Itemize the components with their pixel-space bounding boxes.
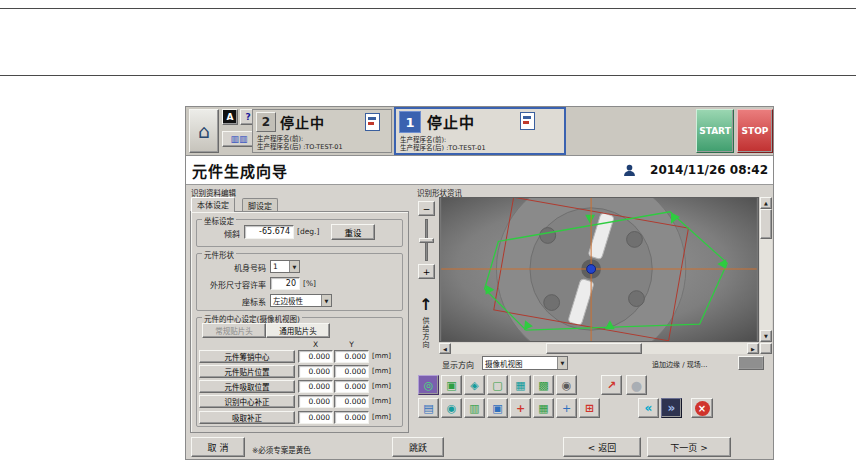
next-button[interactable]: 下一页 >	[647, 437, 731, 457]
scroll-left-button[interactable]: ◀	[439, 343, 451, 354]
universal-head-tab[interactable]: 通用贴片头	[266, 323, 330, 338]
rows-tool-icon: ▥	[469, 402, 479, 415]
row-label-button[interactable]: 元件筹销中心	[199, 350, 295, 363]
x-value-cell[interactable]: 0.000	[298, 365, 333, 378]
standard-head-tab[interactable]: 常规贴片头	[202, 323, 266, 338]
table-row: 元件吸取位置 0.000 0.000 [mm]	[199, 380, 399, 393]
unit-label: [mm]	[372, 382, 391, 390]
scroll-up-button[interactable]: ▲	[760, 197, 772, 209]
plus-box-tool-button[interactable]: ⊞	[579, 398, 600, 418]
coord-system-label: 座标系	[200, 296, 266, 307]
unit-label: [mm]	[372, 413, 391, 421]
home-icon: ⌂	[198, 120, 210, 142]
tab-lead-settings[interactable]: 脚设定	[242, 198, 278, 212]
circle-marker-icon: ●	[631, 378, 642, 393]
pointer-arrow-button[interactable]: ↗	[601, 375, 622, 395]
machine-2-number: 2	[256, 112, 276, 132]
tilt-input[interactable]: -65.674	[244, 225, 294, 239]
hatch-tool-icon: ▩	[538, 379, 548, 392]
tilt-unit: [deg.]	[297, 227, 319, 236]
body-number-value: 1	[271, 262, 289, 271]
red-cross-tool-button[interactable]: +	[510, 398, 531, 418]
back-button[interactable]: < 返回	[563, 437, 641, 457]
skip-button[interactable]: 跳跃	[392, 437, 444, 457]
camera-view[interactable]	[439, 197, 759, 342]
blue-cross-tool-button[interactable]: +	[556, 398, 577, 418]
stop-button[interactable]: STOP	[737, 109, 773, 153]
unit-label: [mm]	[372, 367, 391, 375]
table-row: 识别中心补正 0.000 0.000 [mm]	[199, 395, 399, 408]
scroll-right-button[interactable]: ▶	[747, 343, 759, 354]
mesh-tool-button[interactable]: ▦	[533, 398, 554, 418]
circle-marker-button[interactable]: ●	[626, 375, 647, 395]
horizontal-scrollbar-thumb[interactable]	[546, 343, 642, 354]
unit-label: [mm]	[372, 397, 391, 405]
blue-grid-tool-icon: ▤	[423, 402, 433, 415]
cancel-button[interactable]: 取 消	[191, 437, 245, 457]
title-bar: 元件生成向导 2014/11/26 08:42	[186, 156, 773, 185]
delete-shape-button[interactable]: ×	[691, 398, 713, 418]
tab-body-settings[interactable]: 本体设定	[191, 197, 235, 212]
row-label-button[interactable]: 元件贴片位置	[199, 365, 295, 378]
machine-2-status-panel[interactable]: 2 停止中 生产程序名(前): 生产程序名(后) :TO-TEST-01	[252, 109, 392, 153]
unit-label: [mm]	[372, 352, 391, 360]
home-button[interactable]: ⌂	[189, 109, 219, 153]
x-value-cell[interactable]: 0.000	[298, 380, 333, 393]
next-tools-icon: »	[668, 401, 676, 415]
row-label-button[interactable]: 吸取补正	[199, 411, 295, 424]
y-value-cell[interactable]: 0.000	[334, 395, 369, 408]
teach-region-button[interactable]: ◎	[418, 375, 439, 395]
program-icon	[520, 112, 535, 130]
size-tolerance-input[interactable]: 20	[270, 277, 300, 290]
zoom-in-button[interactable]: +	[418, 264, 435, 279]
row-label-button[interactable]: 识别中心补正	[199, 395, 295, 408]
sphere-tool-button[interactable]: ◉	[441, 398, 462, 418]
row-label-button[interactable]: 元件吸取位置	[199, 380, 295, 393]
prev-tools-button[interactable]: «	[638, 398, 659, 418]
chevron-down-icon: ▼	[557, 357, 567, 369]
scroll-down-button[interactable]: ▼	[760, 330, 772, 342]
x-value-cell[interactable]: 0.000	[298, 395, 333, 408]
rows-tool-button[interactable]: ▥	[464, 398, 485, 418]
swatch-button[interactable]	[738, 356, 764, 370]
zoom-slider-handle[interactable]	[419, 238, 434, 243]
diamond-tool-button[interactable]: ◈	[464, 375, 485, 395]
blue-grid-tool-button[interactable]: ▤	[418, 398, 439, 418]
grid-tool-button[interactable]: ▦	[510, 375, 531, 395]
scrollbar-corner	[760, 343, 772, 354]
grid-tool-icon: ▦	[515, 379, 525, 392]
size-tolerance-unit: [%]	[303, 279, 316, 288]
start-button[interactable]: START	[696, 109, 734, 153]
program-name-line1: 生产程序名(前):	[400, 136, 446, 144]
teach-region-icon: ◎	[424, 379, 434, 392]
y-value-cell[interactable]: 0.000	[334, 350, 369, 363]
machine-2-status: 停止中	[280, 112, 325, 132]
y-value-cell[interactable]: 0.000	[334, 411, 369, 424]
panel-switch-button[interactable]: ▥▥	[222, 131, 256, 147]
y-value-cell[interactable]: 0.000	[334, 380, 369, 393]
camera-image	[440, 198, 758, 341]
blue-square-tool-button[interactable]: ▣	[487, 398, 508, 418]
reset-button[interactable]: 重设	[331, 224, 375, 240]
square-tool-button[interactable]: ▢	[487, 375, 508, 395]
machine-1-status-panel[interactable]: 1 停止中 生产程序名(前): 生产程序名(后) :TO-TEST-01	[394, 107, 566, 155]
rect-tool-button[interactable]: ▣	[441, 375, 462, 395]
vertical-scrollbar-thumb[interactable]	[760, 209, 772, 239]
camera-tool-button[interactable]: ◉	[556, 375, 577, 395]
camera-tool-icon: ◉	[562, 379, 572, 392]
auto-mode-button[interactable]: A	[222, 109, 238, 125]
machine-1-status: 停止中	[427, 111, 475, 132]
chevron-down-icon: ▼	[321, 295, 331, 306]
header-rule	[0, 75, 856, 76]
next-tools-button[interactable]: »	[661, 398, 682, 418]
zoom-out-button[interactable]: −	[418, 201, 435, 216]
coord-system-select[interactable]: 左边极性 ▼	[270, 294, 332, 307]
x-value-cell[interactable]: 0.000	[298, 350, 333, 363]
y-value-cell[interactable]: 0.000	[334, 365, 369, 378]
hatch-tool-button[interactable]: ▩	[533, 375, 554, 395]
x-value-cell[interactable]: 0.000	[298, 411, 333, 424]
display-direction-select[interactable]: 摄像机视图 ▼	[482, 356, 568, 370]
display-direction-value: 摄像机视图	[483, 358, 557, 369]
body-number-select[interactable]: 1 ▼	[270, 260, 300, 273]
top-rule	[0, 8, 856, 9]
